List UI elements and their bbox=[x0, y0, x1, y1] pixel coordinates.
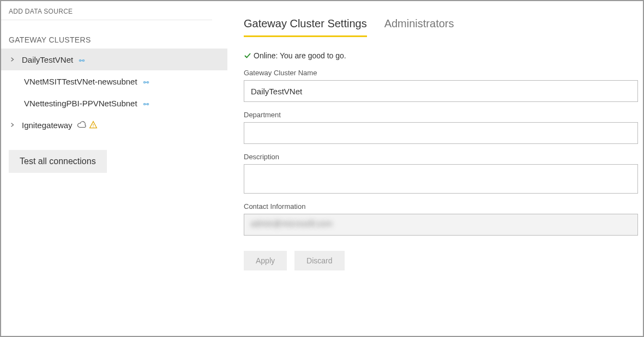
gateway-item-label: DailyTestVNet bbox=[22, 55, 73, 64]
gateway-item-vnettestingpbi[interactable]: VNettestingPBI-PPVNetSubnet bbox=[1, 92, 227, 114]
sidebar: ADD DATA SOURCE GATEWAY CLUSTERS DailyTe… bbox=[1, 1, 227, 336]
description-input[interactable] bbox=[244, 164, 638, 194]
add-data-source-link[interactable]: ADD DATA SOURCE bbox=[1, 5, 212, 20]
gateway-clusters-heading: GATEWAY CLUSTERS bbox=[1, 20, 227, 49]
name-input[interactable] bbox=[244, 80, 638, 102]
chevron-right-icon[interactable] bbox=[9, 57, 16, 62]
contact-label: Contact Information bbox=[244, 202, 637, 210]
status-text: Online: You are good to go. bbox=[254, 51, 346, 60]
field-name: Gateway Cluster Name bbox=[244, 69, 637, 102]
field-contact: Contact Information admin@microsoft.com bbox=[244, 202, 637, 236]
apply-button[interactable]: Apply bbox=[244, 251, 287, 270]
gateway-item-label: VNetMSITTestVNet-newsubnet bbox=[24, 77, 137, 86]
status-row: Online: You are good to go. bbox=[244, 51, 637, 60]
field-description: Description bbox=[244, 153, 637, 194]
tab-bar: Gateway Cluster Settings Administrators bbox=[244, 14, 637, 37]
action-row: Apply Discard bbox=[244, 251, 637, 270]
gateway-item-label: VNettestingPBI-PPVNetSubnet bbox=[24, 99, 137, 108]
field-department: Department bbox=[244, 111, 637, 144]
department-input[interactable] bbox=[244, 122, 638, 144]
link-icon bbox=[77, 56, 86, 63]
svg-point-1 bbox=[93, 127, 93, 127]
link-icon bbox=[142, 78, 151, 85]
gateway-tree: DailyTestVNet VNetMSITTestVNet-newsubnet… bbox=[1, 49, 227, 136]
warning-icon bbox=[89, 121, 98, 129]
gateway-item-ignitegateway[interactable]: Ignitegateway bbox=[1, 114, 227, 136]
gateway-item-vnetmsit[interactable]: VNetMSITTestVNet-newsubnet bbox=[1, 70, 227, 92]
contact-input[interactable]: admin@microsoft.com bbox=[244, 214, 638, 236]
tab-administrators[interactable]: Administrators bbox=[384, 14, 454, 37]
test-all-connections-button[interactable]: Test all connections bbox=[9, 150, 107, 173]
main-panel: Gateway Cluster Settings Administrators … bbox=[227, 1, 643, 336]
tab-gateway-cluster-settings[interactable]: Gateway Cluster Settings bbox=[244, 14, 367, 37]
link-icon bbox=[142, 100, 151, 106]
gateway-item-label: Ignitegateway bbox=[22, 121, 73, 130]
description-label: Description bbox=[244, 153, 637, 161]
chevron-right-icon[interactable] bbox=[9, 122, 16, 128]
name-label: Gateway Cluster Name bbox=[244, 69, 637, 77]
gateway-item-dailytestvnet[interactable]: DailyTestVNet bbox=[1, 49, 227, 70]
check-icon bbox=[244, 52, 251, 59]
discard-button[interactable]: Discard bbox=[294, 251, 344, 270]
cloud-icon bbox=[77, 121, 87, 129]
department-label: Department bbox=[244, 111, 637, 119]
